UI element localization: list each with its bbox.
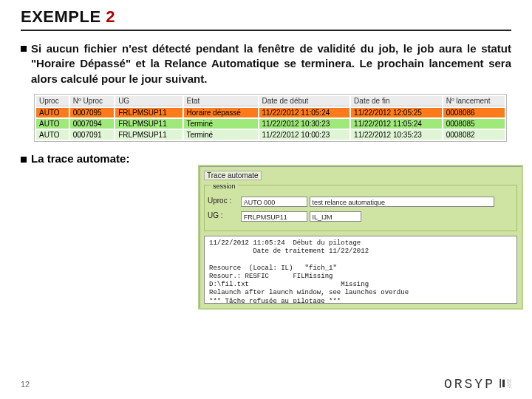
uproc-label: Uproc : bbox=[208, 197, 239, 205]
session-group: session Uproc : AUTO 000 test relance au… bbox=[204, 185, 517, 231]
col-header: Nº lancement bbox=[443, 96, 505, 106]
square-bullet-icon bbox=[21, 46, 27, 52]
title-num: 2 bbox=[106, 7, 115, 26]
trace-log: 11/22/2012 11:05:24 Début du pilotage Da… bbox=[204, 236, 517, 304]
logo-dots-icon: ┃▌░ bbox=[498, 382, 511, 386]
col-header: Uproc bbox=[36, 96, 69, 106]
ug-field-2[interactable]: IL_IJM bbox=[310, 211, 361, 222]
square-bullet-icon bbox=[21, 157, 27, 163]
footer: 12 ORSYP┃▌░ bbox=[21, 377, 511, 392]
col-header: Date de fin bbox=[351, 96, 442, 106]
jobs-table: UprocNº UprocUGEtatDate de débutDate de … bbox=[34, 94, 507, 142]
col-header: Nº Uproc bbox=[70, 96, 114, 106]
session-label: session bbox=[211, 183, 238, 190]
uproc-field[interactable]: AUTO 000 bbox=[241, 197, 307, 207]
page-number: 12 bbox=[21, 380, 30, 389]
orsyp-logo: ORSYP┃▌░ bbox=[444, 377, 511, 392]
bullet-2: La trace automate: bbox=[21, 152, 511, 165]
table-row[interactable]: AUTO0007095FRLPMSUP11Horaire dépassé11/2… bbox=[36, 108, 505, 117]
table-row[interactable]: AUTO0007091FRLPMSUP11Terminé11/22/2012 1… bbox=[36, 130, 505, 140]
table-row[interactable]: AUTO0007094FRLPMSUP11Terminé11/22/2012 1… bbox=[36, 119, 505, 129]
trace-label: La trace automate: bbox=[31, 152, 129, 165]
paragraph-text: Si aucun fichier n'est détecté pendant l… bbox=[31, 41, 511, 86]
trace-automate-window: Trace automate session Uproc : AUTO 000 … bbox=[198, 165, 523, 310]
col-header: Etat bbox=[184, 96, 258, 106]
uproc-desc-field[interactable]: test relance automatique bbox=[310, 197, 494, 207]
ug-field[interactable]: FRLPMSUP11 bbox=[241, 211, 307, 222]
title-pre: EXEMPLE bbox=[21, 7, 106, 26]
col-header: Date de début bbox=[259, 96, 350, 106]
page-title: EXEMPLE 2 bbox=[21, 7, 511, 31]
trace-window-title: Trace automate bbox=[204, 171, 262, 180]
col-header: UG bbox=[115, 96, 182, 106]
ug-label: UG : bbox=[208, 211, 239, 219]
bullet-1: Si aucun fichier n'est détecté pendant l… bbox=[21, 41, 511, 86]
